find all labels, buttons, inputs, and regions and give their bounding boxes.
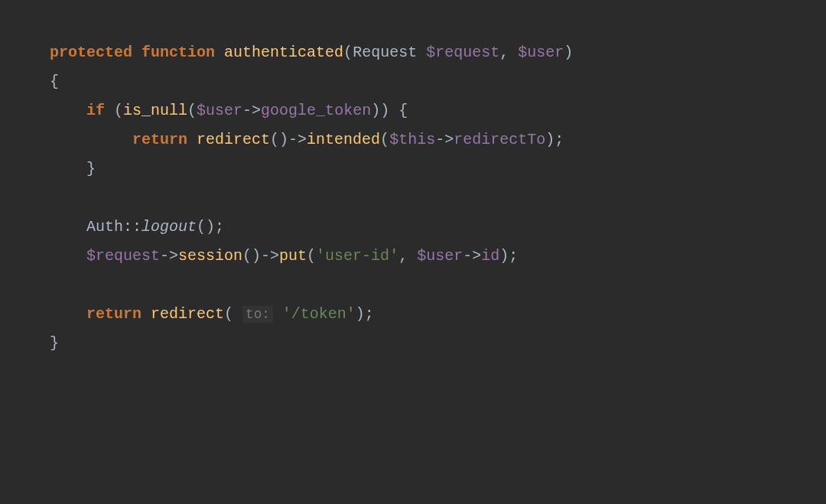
keyword-if: if <box>86 102 105 119</box>
string-token: '/token' <box>282 305 356 323</box>
comma: , <box>499 44 518 61</box>
code-line-9: } <box>50 329 795 358</box>
arrow-op: -> <box>463 247 481 265</box>
code-line-6: Auth::logout(); <box>50 213 795 242</box>
semicolon: ; <box>365 305 374 323</box>
semicolon: ; <box>509 247 518 265</box>
call-redirect: redirect <box>197 131 270 148</box>
call-session: session <box>178 247 242 265</box>
paren-open: ( <box>224 305 233 323</box>
brace-open: { <box>398 102 408 119</box>
var-user: $user <box>197 102 242 119</box>
arrow-op: -> <box>435 131 454 148</box>
paren-close: ) <box>371 102 380 119</box>
call-redirect: redirect <box>151 305 224 323</box>
arrow-op: -> <box>160 247 178 265</box>
keyword-return: return <box>86 305 141 323</box>
class-auth: Auth <box>86 218 123 236</box>
code-editor[interactable]: protected function authenticated(Request… <box>50 38 795 358</box>
var-user: $user <box>518 44 564 61</box>
arrow-op: -> <box>288 131 307 148</box>
paren-close: ) <box>356 305 365 323</box>
var-user: $user <box>417 247 463 265</box>
keyword-protected: protected <box>50 44 132 61</box>
var-this: $this <box>389 131 435 148</box>
double-colon: :: <box>123 218 141 236</box>
parens-empty: () <box>242 247 261 265</box>
keyword-return: return <box>132 131 187 148</box>
prop-id: id <box>481 247 499 265</box>
paren-close: ) <box>499 247 509 265</box>
parens-empty: () <box>197 218 215 236</box>
code-line-4: return redirect()->intended($this->redir… <box>50 125 795 154</box>
paren-close: ) <box>380 102 389 119</box>
blank-line <box>50 271 795 300</box>
code-line-5: } <box>50 154 795 184</box>
arrow-op: -> <box>261 247 279 265</box>
paren-open: ( <box>114 102 123 119</box>
brace-close: } <box>50 334 59 352</box>
comma: , <box>398 247 417 265</box>
var-request: $request <box>86 247 160 265</box>
call-put: put <box>279 247 307 265</box>
string-userid: 'user-id' <box>316 247 398 265</box>
code-line-3: if (is_null($user->google_token)) { <box>50 96 795 125</box>
arrow-op: -> <box>242 102 261 119</box>
paren-open: ( <box>343 44 353 61</box>
brace-open: { <box>50 73 59 90</box>
paren-close: ) <box>545 131 554 148</box>
call-logout: logout <box>141 218 197 236</box>
param-hint-to: to: <box>242 306 273 323</box>
code-line-1: protected function authenticated(Request… <box>50 38 795 67</box>
paren-open: ( <box>307 247 316 265</box>
var-request: $request <box>426 44 499 61</box>
call-intended: intended <box>307 131 380 148</box>
keyword-function: function <box>141 44 215 61</box>
semicolon: ; <box>215 218 224 236</box>
call-isnull: is_null <box>123 102 187 119</box>
code-line-7: $request->session()->put('user-id', $use… <box>50 242 795 271</box>
prop-redirectto: redirectTo <box>454 131 545 148</box>
parens-empty: () <box>270 131 288 148</box>
paren-close: ) <box>564 44 573 61</box>
type-request: Request <box>353 44 426 61</box>
semicolon: ; <box>554 131 564 148</box>
code-line-2: { <box>50 67 795 96</box>
prop-googletoken: google_token <box>261 102 371 119</box>
paren-open: ( <box>380 131 389 148</box>
blank-line <box>50 184 795 213</box>
code-line-8: return redirect( to: '/token'); <box>50 300 795 329</box>
function-name: authenticated <box>224 44 343 61</box>
paren-open: ( <box>187 102 197 119</box>
brace-close: } <box>86 160 96 177</box>
